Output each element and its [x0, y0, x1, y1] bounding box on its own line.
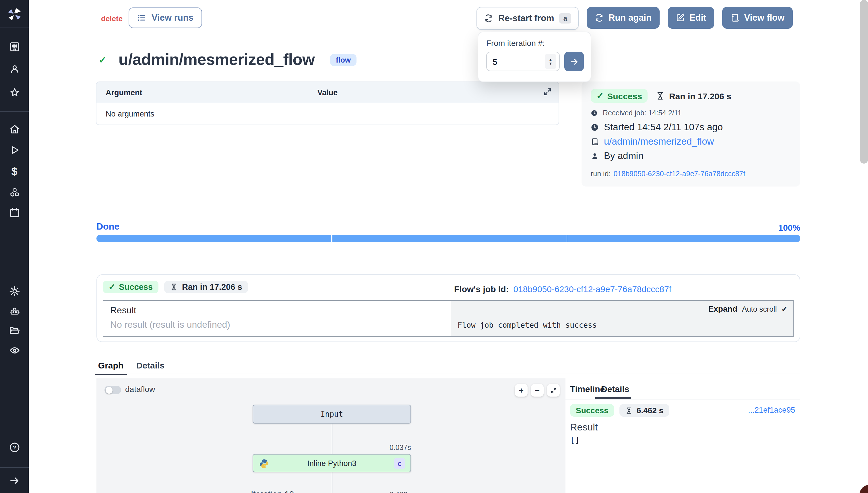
tabs-underline — [95, 373, 800, 374]
edit-label: Edit — [690, 13, 706, 23]
progress-divider — [567, 235, 568, 242]
expand-sidebar-arrow-icon[interactable] — [8, 475, 20, 487]
corner-widget[interactable] — [860, 485, 868, 493]
node-input[interactable]: Input — [253, 405, 411, 424]
schedules-calendar-icon[interactable] — [8, 207, 20, 219]
check-icon: ✓ — [596, 91, 604, 101]
workspace-icon[interactable] — [8, 41, 20, 53]
edit-button[interactable]: Edit — [668, 7, 715, 29]
log-text: Flow job completed with success — [458, 321, 597, 329]
hourglass-icon — [170, 283, 178, 291]
page-scrollbar-thumb[interactable] — [860, 0, 868, 164]
flow-path-link[interactable]: u/admin/mesmerized_flow — [604, 136, 714, 147]
status-label: Success — [607, 91, 642, 101]
ran-in-text: Ran in 17.206 s — [669, 91, 732, 101]
result-split: Result No result (result is undefined) E… — [103, 300, 794, 337]
graph-section: dataflow + − Input 0.037s Inline Python3… — [97, 378, 800, 493]
audit-eye-icon[interactable] — [8, 344, 20, 357]
iteration-duration-label: 6.462s — [354, 491, 411, 493]
step-job-link[interactable]: ...21ef1ace95 — [748, 406, 795, 414]
flow-scroll-icon — [730, 13, 739, 22]
run-id-label: run id: — [591, 170, 611, 178]
expand-icon — [550, 387, 557, 394]
page-title: u/admin/mesmerized_flow — [119, 50, 315, 69]
list-icon — [137, 13, 146, 22]
view-flow-label: View flow — [744, 13, 784, 23]
result-title: Result — [110, 305, 444, 316]
view-flow-button[interactable]: View flow — [722, 7, 792, 29]
plus-icon: + — [519, 386, 524, 395]
progress-divider — [332, 235, 332, 242]
result-empty-text: No result (result is undefined) — [110, 320, 444, 330]
status-label: Success — [576, 406, 609, 415]
restart-submit-button[interactable] — [564, 52, 584, 71]
iteration-node-label[interactable]: Iteration 10 — [251, 489, 294, 493]
col-value: Value — [317, 88, 338, 97]
zoom-in-button[interactable]: + — [515, 384, 528, 396]
folders-icon[interactable] — [8, 324, 20, 336]
graph-edge — [332, 424, 332, 454]
favorites-star-icon[interactable] — [8, 87, 20, 99]
log-pane: Expand Auto scroll ✓ Flow job completed … — [451, 301, 793, 336]
duration-label: Ran in 17.206 s — [182, 282, 242, 292]
tab-step-details[interactable]: Details — [601, 384, 629, 394]
arguments-table: Argument Value No arguments — [96, 82, 559, 125]
tab-details[interactable]: Details — [134, 357, 167, 376]
result-card: ✓ Success Ran in 17.206 s Flow's job Id:… — [97, 274, 800, 342]
fit-view-button[interactable] — [547, 384, 560, 396]
stepper-down-icon[interactable]: ▼ — [549, 61, 553, 65]
arguments-table-header: Argument Value — [97, 82, 558, 103]
autoscroll-checkbox[interactable]: ✓ — [781, 304, 788, 313]
from-iteration-label: From iteration #: — [486, 39, 583, 48]
settings-gear-icon[interactable] — [8, 285, 20, 297]
tab-graph[interactable]: Graph — [95, 357, 127, 376]
tab-timeline[interactable]: Timeline — [570, 384, 605, 394]
flow-scroll-icon — [591, 137, 599, 146]
step-detail-panel: Timeline Details Success 6.462 s ...21ef… — [566, 378, 800, 493]
flow-graph-canvas[interactable]: dataflow + − Input 0.037s Inline Python3… — [97, 378, 566, 493]
delete-button[interactable]: delete — [101, 14, 123, 23]
dataflow-toggle[interactable] — [105, 386, 121, 394]
expand-table-icon[interactable] — [543, 87, 553, 97]
view-runs-button[interactable]: View runs — [129, 7, 202, 28]
job-id-link[interactable]: 018b9050-6230-cf12-a9e7-76a78dccc87f — [513, 284, 671, 294]
sidebar-divider — [0, 27, 29, 28]
step-duration-label: 6.462 s — [637, 406, 663, 415]
zoom-out-button[interactable]: − — [531, 384, 544, 396]
run-again-button[interactable]: Run again — [587, 7, 660, 29]
restart-from-button[interactable]: Re-start from a — [477, 7, 579, 30]
node-id-badge: c — [394, 458, 405, 469]
page: $ ? delete View runs — [0, 0, 868, 493]
node-inline-python[interactable]: Inline Python3 c — [253, 454, 411, 472]
step-duration-badge: 6.462 s — [619, 404, 669, 417]
python-icon — [259, 458, 269, 469]
col-argument: Argument — [97, 88, 142, 97]
sidebar-divider — [0, 111, 29, 112]
runs-play-icon[interactable] — [8, 144, 20, 156]
expand-log-button[interactable]: Expand — [708, 304, 737, 313]
clock-icon — [591, 110, 598, 116]
received-job-text: Received job: 14:54 2/11 — [603, 109, 682, 117]
variables-dollar-icon[interactable]: $ — [8, 165, 20, 177]
home-icon[interactable] — [8, 123, 20, 135]
step-result-value: [] — [570, 436, 580, 445]
restart-kbd: a — [559, 13, 571, 23]
dataflow-label: dataflow — [125, 385, 155, 394]
node-duration-label: 0.037s — [354, 444, 411, 452]
autoscroll-label: Auto scroll — [742, 304, 777, 313]
resources-cubes-icon[interactable] — [8, 187, 20, 198]
graph-edge — [332, 472, 332, 493]
help-icon[interactable]: ? — [8, 441, 20, 453]
toggle-knob — [105, 387, 112, 393]
stepper-up-icon[interactable]: ▲ — [549, 57, 553, 61]
user-icon[interactable] — [8, 63, 20, 75]
number-stepper[interactable]: ▲ ▼ — [545, 54, 556, 69]
node-inline-python-label: Inline Python3 — [307, 459, 356, 468]
header-actions: Re-start from a Run again Edit View flow — [477, 7, 792, 30]
progress-done-label: Done — [97, 221, 120, 232]
workers-robot-icon[interactable] — [8, 305, 20, 317]
windmill-logo-icon[interactable] — [7, 7, 22, 22]
clock-icon — [591, 123, 599, 131]
run-id-link[interactable]: 018b9050-6230-cf12-a9e7-76a78dccc87f — [614, 170, 745, 178]
edit-pencil-icon — [676, 13, 685, 22]
